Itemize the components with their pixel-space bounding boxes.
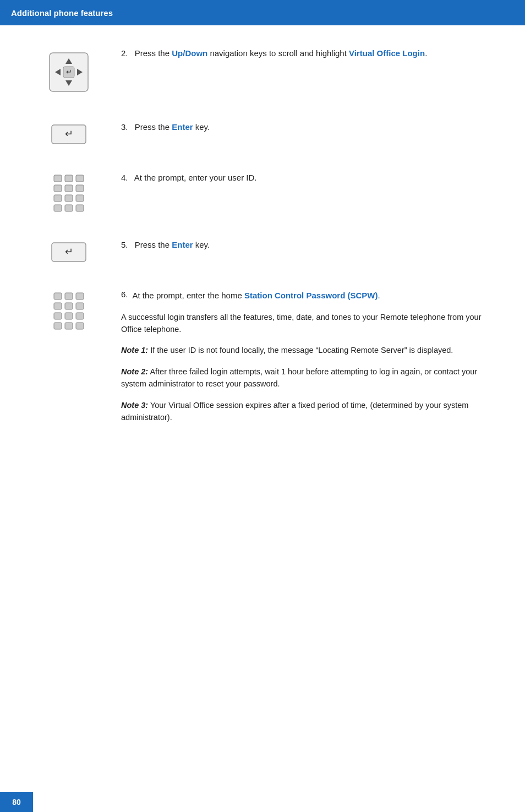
svg-rect-23 bbox=[54, 293, 62, 299]
svg-rect-27 bbox=[65, 303, 73, 309]
header-bar: Additional phone features bbox=[0, 0, 525, 25]
step-5-number: 5. bbox=[121, 240, 128, 249]
step-6-highlight: Station Control Password (SCPW) bbox=[244, 291, 378, 300]
step-3-text: Press the Enter key. bbox=[135, 122, 210, 132]
svg-rect-26 bbox=[54, 303, 62, 309]
step-4-icon-col bbox=[33, 172, 105, 212]
step-6-para-1: A successful login transfers all the fea… bbox=[121, 311, 492, 336]
note-1-label: Note 1: bbox=[121, 346, 148, 355]
nav-keys-icon: ↵ bbox=[46, 50, 91, 95]
page-number: 80 bbox=[12, 798, 21, 806]
svg-rect-15 bbox=[54, 195, 62, 201]
step-4-number: 4. bbox=[121, 173, 128, 182]
step-4-row: 4. At the prompt, enter your user ID. bbox=[33, 172, 492, 212]
svg-rect-11 bbox=[76, 175, 84, 182]
step-6-row: 6. At the prompt, enter the home Station… bbox=[33, 290, 492, 424]
step-3-content: 3. Press the Enter key. bbox=[105, 121, 492, 134]
step-3-row: ↵ 3. Press the Enter key. bbox=[33, 121, 492, 145]
step-2-content: 2. Press the Up/Down navigation keys to … bbox=[105, 47, 492, 60]
step-5-highlight: Enter bbox=[172, 240, 193, 249]
note-3-label: Note 3: bbox=[121, 401, 148, 410]
svg-rect-25 bbox=[76, 293, 84, 299]
svg-rect-33 bbox=[65, 323, 73, 329]
keypad-icon-2 bbox=[53, 292, 85, 330]
step-2-icon-col: ↵ bbox=[33, 47, 105, 95]
svg-rect-18 bbox=[54, 205, 62, 211]
step-5-text: Press the Enter key. bbox=[135, 240, 210, 249]
step-6-content: 6. At the prompt, enter the home Station… bbox=[105, 290, 492, 424]
svg-text:↵: ↵ bbox=[65, 128, 73, 139]
step-4-content: 4. At the prompt, enter your user ID. bbox=[105, 172, 492, 184]
svg-rect-16 bbox=[65, 195, 73, 201]
step-4-text: At the prompt, enter your user ID. bbox=[134, 173, 257, 182]
step-6-text: At the prompt, enter the home Station Co… bbox=[133, 290, 380, 302]
step-3-highlight: Enter bbox=[172, 122, 193, 132]
header-title: Additional phone features bbox=[11, 8, 113, 18]
svg-rect-28 bbox=[76, 303, 84, 309]
step-2-row: ↵ 2. Press the Up/Down navigation keys t… bbox=[33, 47, 492, 95]
note-2-label: Note 2: bbox=[121, 367, 148, 376]
step-2-text: Press the Up/Down navigation keys to scr… bbox=[135, 48, 428, 58]
step-6-note-1: Note 1: If the user ID is not found loca… bbox=[121, 344, 492, 356]
step-3-icon-col: ↵ bbox=[33, 121, 105, 145]
svg-rect-19 bbox=[65, 205, 73, 211]
svg-rect-10 bbox=[65, 175, 73, 182]
svg-text:↵: ↵ bbox=[66, 68, 72, 76]
step-2-highlight-2: Virtual Office Login bbox=[349, 48, 425, 58]
svg-rect-14 bbox=[76, 185, 84, 192]
step-5-content: 5. Press the Enter key. bbox=[105, 239, 492, 252]
enter-key-icon-2: ↵ bbox=[50, 241, 88, 263]
step-6-icon-col bbox=[33, 290, 105, 330]
enter-key-icon: ↵ bbox=[50, 123, 88, 145]
svg-rect-31 bbox=[76, 313, 84, 319]
step-5-row: ↵ 5. Press the Enter key. bbox=[33, 239, 492, 263]
svg-rect-32 bbox=[54, 323, 62, 329]
svg-text:↵: ↵ bbox=[65, 246, 73, 257]
svg-rect-9 bbox=[54, 175, 62, 182]
step-5-icon-col: ↵ bbox=[33, 239, 105, 263]
step-6-note-3: Note 3: Your Virtual Office session expi… bbox=[121, 399, 492, 424]
svg-rect-29 bbox=[54, 313, 62, 319]
step-2-number: 2. bbox=[121, 48, 128, 58]
main-content: ↵ 2. Press the Up/Down navigation keys t… bbox=[0, 25, 525, 494]
svg-rect-13 bbox=[65, 185, 73, 192]
svg-rect-12 bbox=[54, 185, 62, 192]
svg-rect-20 bbox=[76, 205, 84, 211]
step-2-highlight-1: Up/Down bbox=[172, 48, 207, 58]
step-3-number: 3. bbox=[121, 122, 128, 132]
svg-rect-34 bbox=[76, 323, 84, 329]
svg-rect-30 bbox=[65, 313, 73, 319]
step-6-number: 6. bbox=[121, 290, 128, 299]
svg-rect-17 bbox=[76, 195, 84, 201]
keypad-icon bbox=[53, 174, 85, 212]
svg-rect-24 bbox=[65, 293, 73, 299]
step-6-note-2: Note 2: After three failed login attempt… bbox=[121, 366, 492, 390]
page-number-badge: 80 bbox=[0, 792, 33, 812]
